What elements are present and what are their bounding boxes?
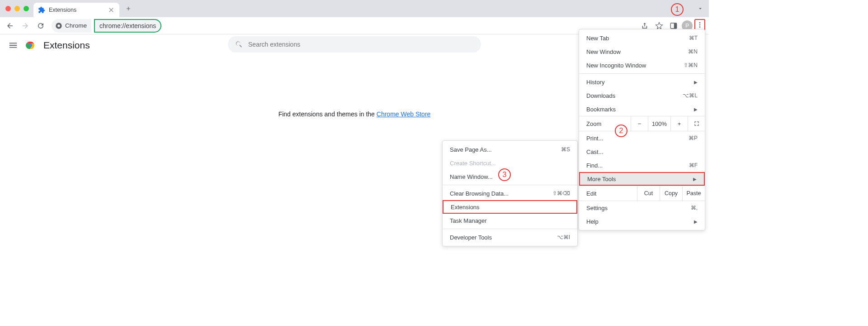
annotation-3: 3 [498,168,511,181]
share-icon [641,22,649,30]
plus-icon [125,5,132,12]
menu-find[interactable]: Find...⌘F [579,158,705,172]
cut-button[interactable]: Cut [637,186,660,201]
tab-title: Extensions [49,7,76,13]
chevron-right-icon: ▶ [694,107,698,112]
tab-strip: Extensions [0,0,709,17]
chrome-chip: Chrome [52,19,91,33]
chrome-label: Chrome [65,22,87,29]
hamburger-icon[interactable] [8,40,18,50]
fullscreen-icon [693,120,700,127]
zoom-in-button[interactable]: + [670,116,688,131]
svg-point-4 [699,22,701,24]
submenu-extensions[interactable]: Extensions [443,200,577,214]
window-dropdown-button[interactable] [695,4,705,14]
extension-icon [38,6,45,14]
menu-downloads[interactable]: Downloads⌥⌘L [579,89,705,102]
menu-settings[interactable]: Settings⌘, [579,201,705,215]
zoom-value: 100% [648,116,670,131]
maximize-window-button[interactable] [24,6,29,11]
chrome-icon [55,22,62,29]
search-extensions-input[interactable] [228,36,481,53]
url-box[interactable]: chrome://extensions [94,19,161,33]
chevron-right-icon: ▶ [694,80,698,85]
menu-separator [579,73,705,74]
new-tab-button[interactable] [122,2,135,15]
reload-button[interactable] [34,19,47,32]
url-text: chrome://extensions [99,22,156,29]
menu-new-tab[interactable]: New Tab⌘T [579,31,705,45]
copy-button[interactable]: Copy [660,186,682,201]
body-text: Find extensions and themes in the [278,110,377,118]
search-field[interactable] [248,41,474,48]
zoom-out-button[interactable]: − [631,116,648,131]
fullscreen-button[interactable] [688,116,705,131]
submenu-save-page[interactable]: Save Page As...⌘S [443,143,577,156]
submenu-dev-tools[interactable]: Developer Tools⌥⌘I [443,230,577,244]
menu-new-window[interactable]: New Window⌘N [579,45,705,58]
close-window-button[interactable] [5,6,11,11]
chevron-right-icon: ▶ [694,219,698,224]
browser-tab[interactable]: Extensions [33,3,119,17]
window-controls [4,6,33,11]
menu-separator [443,185,577,185]
kebab-icon [696,21,703,29]
paste-button[interactable]: Paste [682,186,705,201]
chrome-menu: New Tab⌘T New Window⌘N New Incognito Win… [579,29,705,230]
panel-icon [670,22,678,30]
menu-edit: Edit Cut Copy Paste [579,186,705,201]
chrome-logo-icon [25,40,36,51]
chevron-right-icon: ▶ [693,177,697,182]
submenu-clear-browsing[interactable]: Clear Browsing Data...⇧⌘⌫ [443,187,577,200]
menu-incognito[interactable]: New Incognito Window⇧⌘N [579,58,705,72]
address-bar[interactable]: Chrome chrome://extensions [52,19,161,33]
search-icon [235,40,243,48]
menu-more-tools[interactable]: More Tools▶ [579,172,705,186]
menu-zoom: Zoom − 100% + [579,116,705,131]
back-button[interactable] [4,19,16,32]
menu-cast[interactable]: Cast... [579,145,705,158]
star-icon [655,22,663,30]
forward-button[interactable] [19,19,32,32]
svg-point-1 [57,24,60,27]
svg-point-6 [699,26,701,28]
close-tab-icon[interactable] [108,6,115,14]
menu-history[interactable]: History▶ [579,75,705,89]
menu-bookmarks[interactable]: Bookmarks▶ [579,102,705,116]
annotation-1: 1 [671,3,684,16]
svg-point-5 [699,24,701,25]
annotation-2: 2 [615,125,627,137]
more-tools-submenu: Save Page As...⌘S Create Shortcut... Nam… [442,140,578,246]
svg-rect-3 [674,23,677,29]
chrome-web-store-link[interactable]: Chrome Web Store [377,110,431,118]
submenu-create-shortcut: Create Shortcut... [443,156,577,170]
menu-separator [443,229,577,229]
submenu-task-manager[interactable]: Task Manager [443,214,577,227]
menu-print[interactable]: Print...⌘P [579,131,705,145]
menu-help[interactable]: Help▶ [579,215,705,228]
minimize-window-button[interactable] [14,6,20,11]
chevron-down-icon [697,5,703,12]
page-title: Extensions [43,40,90,51]
